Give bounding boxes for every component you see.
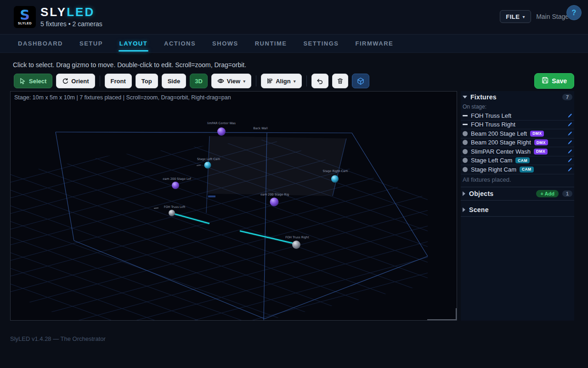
label-slimpar-center-wash: limPAR Center Was bbox=[207, 121, 236, 125]
title-block: SLYLED 5 fixtures • 2 cameras bbox=[40, 6, 102, 28]
edit-pencil-icon[interactable] bbox=[567, 131, 572, 136]
dmx-badge: DMX bbox=[534, 149, 548, 155]
viewport-info-text: Stage: 10m x 5m x 10m | 7 fixtures place… bbox=[14, 94, 231, 101]
fixture-stage-left-cam[interactable] bbox=[204, 162, 211, 169]
sphere-icon bbox=[463, 131, 468, 136]
tab-layout[interactable]: LAYOUT bbox=[119, 34, 148, 52]
floor-grid bbox=[11, 92, 457, 320]
fixture-row-beam-200-stage-left[interactable]: Beam 200 Stage Left DMX bbox=[461, 129, 574, 138]
scene-section-header[interactable]: Scene bbox=[461, 203, 574, 217]
select-tool-button[interactable]: Select bbox=[14, 74, 52, 88]
app-title: SLYLED bbox=[40, 6, 102, 19]
edit-pencil-icon[interactable] bbox=[567, 149, 572, 154]
save-icon bbox=[542, 77, 548, 85]
title-accent: LED bbox=[67, 5, 95, 19]
caret-down-icon: ▾ bbox=[243, 79, 245, 84]
fixture-name: Stage Left Cam bbox=[471, 157, 512, 164]
fixture-name: Stage Right Cam bbox=[471, 166, 516, 173]
delete-button[interactable] bbox=[332, 74, 348, 88]
view-dropdown-button[interactable]: View ▾ bbox=[211, 74, 251, 88]
label-stage-left-cam: Stage Left Cam bbox=[197, 157, 220, 161]
tab-runtime[interactable]: RUNTIME bbox=[254, 34, 288, 52]
fixtures-panel-title: Fixtures bbox=[470, 93, 497, 101]
fixture-row-stage-left-cam[interactable]: Stage Left Cam CAM bbox=[461, 156, 574, 166]
edit-pencil-icon[interactable] bbox=[567, 140, 572, 145]
right-sidebar: Fixtures 7 On stage: FOH Truss Left FOH … bbox=[461, 91, 574, 321]
top-view-label: Top bbox=[141, 78, 152, 85]
select-tool-label: Select bbox=[29, 78, 46, 85]
3d-view-button[interactable]: 3D bbox=[190, 74, 208, 88]
app-logo: S SLYLED bbox=[14, 6, 36, 28]
tab-dashboard[interactable]: DASHBOARD bbox=[17, 34, 64, 52]
svg-text:S: S bbox=[20, 7, 30, 23]
side-view-button[interactable]: Side bbox=[162, 74, 186, 88]
project-name: Main Stage bbox=[536, 13, 569, 20]
file-menu-button[interactable]: FILE ▾ bbox=[500, 10, 531, 23]
tab-settings[interactable]: SETTINGS bbox=[302, 34, 339, 52]
cube-mode-button[interactable] bbox=[352, 74, 369, 88]
cursor-icon bbox=[20, 78, 26, 85]
rotate-icon bbox=[62, 78, 68, 84]
toolbar-divider bbox=[100, 75, 100, 86]
reference-marks bbox=[154, 165, 215, 208]
toolbar-divider bbox=[306, 75, 307, 86]
tab-firmware[interactable]: FIRMWARE bbox=[354, 34, 394, 52]
caret-down-icon: ▾ bbox=[522, 14, 525, 19]
edit-pencil-icon[interactable] bbox=[567, 167, 572, 172]
undo-button[interactable] bbox=[311, 74, 328, 88]
3d-view-label: 3D bbox=[195, 78, 203, 85]
cam-badge: CAM bbox=[515, 157, 530, 163]
front-view-button[interactable]: Front bbox=[105, 74, 132, 88]
on-stage-label: On stage: bbox=[461, 103, 574, 111]
scene-canvas[interactable]: Back Wall limPAR Center Was Stage Left C… bbox=[11, 92, 457, 320]
objects-section-header[interactable]: Objects + Add 1 bbox=[461, 187, 574, 201]
fixture-foh-truss-left[interactable] bbox=[169, 210, 175, 216]
fixture-row-foh-truss-right[interactable]: FOH Truss Right bbox=[461, 121, 574, 130]
scene-section-title: Scene bbox=[469, 206, 489, 213]
fixture-row-foh-truss-left[interactable]: FOH Truss Left bbox=[461, 111, 574, 121]
main-nav: DASHBOARD SETUP LAYOUT ACTIONS SHOWS RUN… bbox=[0, 34, 588, 53]
help-button[interactable]: ? bbox=[566, 5, 582, 20]
fixture-name: FOH Truss Right bbox=[471, 121, 515, 128]
triangle-right-icon bbox=[463, 207, 465, 212]
fixture-row-stage-right-cam[interactable]: Stage Right Cam CAM bbox=[461, 165, 574, 174]
fixture-beam-200-stage-right[interactable] bbox=[270, 198, 279, 207]
toolbar-divider bbox=[256, 75, 256, 86]
add-object-button[interactable]: + Add bbox=[536, 190, 558, 197]
orient-tool-button[interactable]: Orient bbox=[56, 74, 95, 88]
fixtures-panel-header[interactable]: Fixtures 7 bbox=[461, 91, 574, 103]
triangle-down-icon bbox=[463, 96, 467, 98]
align-dropdown-button[interactable]: Align ▾ bbox=[261, 74, 302, 88]
file-menu-label: FILE bbox=[506, 13, 520, 20]
edit-pencil-icon[interactable] bbox=[567, 158, 572, 163]
tab-setup[interactable]: SETUP bbox=[79, 34, 104, 52]
fixture-stage-right-cam[interactable] bbox=[331, 175, 339, 183]
align-icon bbox=[267, 78, 273, 84]
fixture-camera-summary: 5 fixtures • 2 cameras bbox=[40, 20, 102, 28]
fixture-beam-200-stage-left[interactable] bbox=[172, 182, 179, 189]
label-stage-right-cam: Stage Right Cam bbox=[323, 169, 348, 173]
fixtures-count-badge: 7 bbox=[562, 94, 572, 100]
edit-pencil-icon[interactable] bbox=[567, 122, 572, 127]
app-header: S SLYLED SLYLED 5 fixtures • 2 cameras F… bbox=[0, 0, 588, 34]
label-foh-truss-left: FOH Truss Left bbox=[164, 205, 186, 209]
orient-tool-label: Orient bbox=[71, 78, 89, 85]
fixture-row-slimpar-center-wash[interactable]: SlimPAR Center Wash DMX bbox=[461, 147, 574, 156]
tab-shows[interactable]: SHOWS bbox=[211, 34, 239, 52]
viewport-resize-corner bbox=[427, 308, 457, 320]
tab-actions[interactable]: ACTIONS bbox=[163, 34, 197, 52]
view-dropdown-label: View bbox=[227, 78, 240, 85]
fixture-row-beam-200-stage-right[interactable]: Beam 200 Stage Right DMX bbox=[461, 138, 574, 148]
fixture-slimpar-center-wash[interactable] bbox=[217, 127, 226, 136]
sphere-icon bbox=[463, 149, 468, 154]
label-beam-200-stage-right: eam 200 Stage Rig bbox=[260, 193, 289, 196]
caret-down-icon: ▾ bbox=[294, 79, 296, 84]
save-button[interactable]: Save bbox=[534, 73, 574, 89]
cam-badge: CAM bbox=[520, 167, 534, 172]
stage-3d-viewport[interactable]: Stage: 10m x 5m x 10m | 7 fixtures place… bbox=[10, 91, 457, 321]
objects-section-title: Objects bbox=[469, 190, 493, 197]
top-view-button[interactable]: Top bbox=[136, 74, 158, 88]
fixture-foh-truss-right[interactable] bbox=[292, 241, 300, 249]
edit-pencil-icon[interactable] bbox=[567, 113, 572, 118]
trash-icon bbox=[337, 78, 343, 84]
